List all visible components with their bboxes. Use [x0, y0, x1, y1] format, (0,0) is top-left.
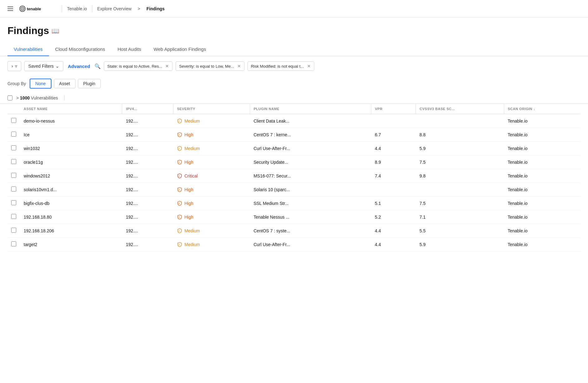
col-cvss-header[interactable]: CVSSV3 BASE SC...	[416, 104, 504, 114]
count-divider	[64, 95, 65, 100]
cell-plugin[interactable]: CentOS 7 : kerne...	[250, 128, 371, 142]
svg-text:!: !	[179, 244, 180, 246]
cell-cvss: 8.8	[416, 128, 504, 142]
cell-asset[interactable]: windows2012	[20, 169, 122, 183]
cell-plugin[interactable]: Client Data Leak...	[250, 114, 371, 128]
table-row: windows2012192.... ! CriticalMS16-077: S…	[7, 169, 581, 183]
severity-icon: !	[177, 242, 182, 247]
cell-vpr: 8.9	[371, 155, 416, 169]
hamburger-menu[interactable]	[6, 5, 14, 12]
cell-asset[interactable]: oracle11g	[20, 155, 122, 169]
cell-asset[interactable]: demo-io-nessus	[20, 114, 122, 128]
filter-bar: › ▿ Saved Filters ⌄ Advanced 🔍 State: is…	[0, 56, 588, 76]
cell-plugin[interactable]: Curl Use-After-Fr...	[250, 238, 371, 251]
svg-text:!: !	[179, 161, 180, 163]
cell-plugin[interactable]: Tenable Nessus ...	[250, 210, 371, 224]
filter-chip-risk: Risk Modified: is not equal t... ✕	[248, 61, 314, 71]
groupby-bar: Group By None Asset Plugin	[0, 76, 588, 92]
chevron-right-icon: ›	[12, 64, 13, 69]
chip-state-close[interactable]: ✕	[165, 64, 169, 69]
row-checkbox[interactable]	[11, 241, 16, 246]
groupby-none-button[interactable]: None	[30, 79, 51, 89]
tab-vulnerabilities[interactable]: Vulnerabilities	[7, 43, 49, 56]
cell-origin: Tenable.io	[504, 210, 581, 224]
table-row: 192.168.18.80192.... ! HighTenable Nessu…	[7, 210, 581, 224]
tab-host-audits[interactable]: Host Audits	[111, 43, 147, 56]
cell-asset[interactable]: win1032	[20, 142, 122, 155]
saved-filters-label: Saved Filters	[28, 64, 54, 69]
row-checkbox[interactable]	[11, 145, 16, 150]
chip-risk-close[interactable]: ✕	[307, 64, 311, 69]
cell-ipv4: 192....	[122, 142, 173, 155]
saved-filters-button[interactable]: Saved Filters ⌄	[24, 61, 64, 71]
severity-label: High	[184, 201, 193, 206]
severity-label: High	[184, 160, 193, 165]
nav-separator: >	[138, 6, 140, 11]
count-display: > 1000 Vulnerabilities	[16, 95, 58, 100]
cell-cvss: 5.9	[416, 142, 504, 155]
cell-cvss: 5.9	[416, 238, 504, 251]
cell-plugin[interactable]: Security Update...	[250, 155, 371, 169]
table-row: demo-io-nessus192.... ! MediumClient Dat…	[7, 114, 581, 128]
severity-icon: !	[177, 214, 182, 220]
row-checkbox[interactable]	[11, 200, 16, 205]
col-origin-header[interactable]: SCAN ORIGIN ↓	[504, 104, 581, 114]
logo-area: tenable	[19, 4, 57, 13]
cell-severity: ! High	[173, 196, 250, 210]
cell-severity: ! High	[173, 155, 250, 169]
cell-asset[interactable]: Ice	[20, 128, 122, 142]
col-plugin-header[interactable]: PLUGIN NAME	[250, 104, 371, 114]
col-ipv4-header[interactable]: IPV4...	[122, 104, 173, 114]
cell-origin: Tenable.io	[504, 169, 581, 183]
tab-web-application-findings[interactable]: Web Application Findings	[147, 43, 212, 56]
cell-plugin[interactable]: CentOS 7 : syste...	[250, 224, 371, 238]
advanced-link[interactable]: Advanced	[66, 64, 91, 69]
row-checkbox[interactable]	[11, 159, 16, 164]
severity-label: Medium	[184, 228, 200, 233]
cell-cvss: 5.5	[416, 224, 504, 238]
cell-plugin[interactable]: Curl Use-After-Fr...	[250, 142, 371, 155]
count-prefix: >	[16, 95, 20, 100]
cell-cvss	[416, 114, 504, 128]
cell-asset[interactable]: solaris10vm1.d...	[20, 183, 122, 196]
groupby-asset-button[interactable]: Asset	[54, 79, 75, 88]
tab-cloud-misconfigurations[interactable]: Cloud Misconfigurations	[49, 43, 111, 56]
search-icon[interactable]: 🔍	[94, 63, 101, 69]
svg-text:!: !	[179, 134, 180, 136]
table-row: bigfix-clus-db192.... ! HighSSL Medium S…	[7, 196, 581, 210]
row-checkbox[interactable]	[11, 214, 16, 219]
cell-origin: Tenable.io	[504, 142, 581, 155]
filter-toggle-button[interactable]: › ▿	[7, 61, 21, 71]
col-severity-header[interactable]: SEVERITY	[173, 104, 250, 114]
cell-plugin[interactable]: SSL Medium Str...	[250, 196, 371, 210]
cell-asset[interactable]: 192.168.18.206	[20, 224, 122, 238]
tabs-bar: Vulnerabilities Cloud Misconfigurations …	[0, 43, 588, 56]
nav-breadcrumb-explore[interactable]: Explore Overview	[97, 6, 132, 11]
row-check-cell	[7, 128, 20, 142]
cell-vpr: 5.1	[371, 196, 416, 210]
row-checkbox[interactable]	[11, 173, 16, 178]
select-all-checkbox[interactable]	[7, 95, 12, 100]
findings-table: ASSET NAME IPV4... SEVERITY PLUGIN NAME …	[7, 104, 581, 251]
cell-severity: ! High	[173, 128, 250, 142]
col-vpr-header[interactable]: VPR	[371, 104, 416, 114]
row-checkbox[interactable]	[11, 118, 16, 123]
cell-vpr: 4.4	[371, 142, 416, 155]
cell-asset[interactable]: target2	[20, 238, 122, 251]
cell-asset[interactable]: bigfix-clus-db	[20, 196, 122, 210]
chip-severity-close[interactable]: ✕	[237, 64, 241, 69]
page-title: Findings	[7, 25, 49, 36]
count-suffix: Vulnerabilities	[30, 95, 58, 100]
table-wrap: ASSET NAME IPV4... SEVERITY PLUGIN NAME …	[0, 104, 588, 251]
row-checkbox[interactable]	[11, 187, 16, 192]
cell-asset[interactable]: 192.168.18.80	[20, 210, 122, 224]
chip-severity-text: Severity: is equal to Low, Me...	[179, 64, 234, 69]
cell-plugin[interactable]: MS16-077: Secur...	[250, 169, 371, 183]
severity-label: Critical	[184, 173, 198, 178]
col-asset-header[interactable]: ASSET NAME	[20, 104, 122, 114]
row-checkbox[interactable]	[11, 132, 16, 137]
table-row: Ice192.... ! HighCentOS 7 : kerne...6.78…	[7, 128, 581, 142]
groupby-plugin-button[interactable]: Plugin	[78, 79, 101, 88]
cell-plugin[interactable]: Solaris 10 (sparc...	[250, 183, 371, 196]
row-checkbox[interactable]	[11, 228, 16, 233]
